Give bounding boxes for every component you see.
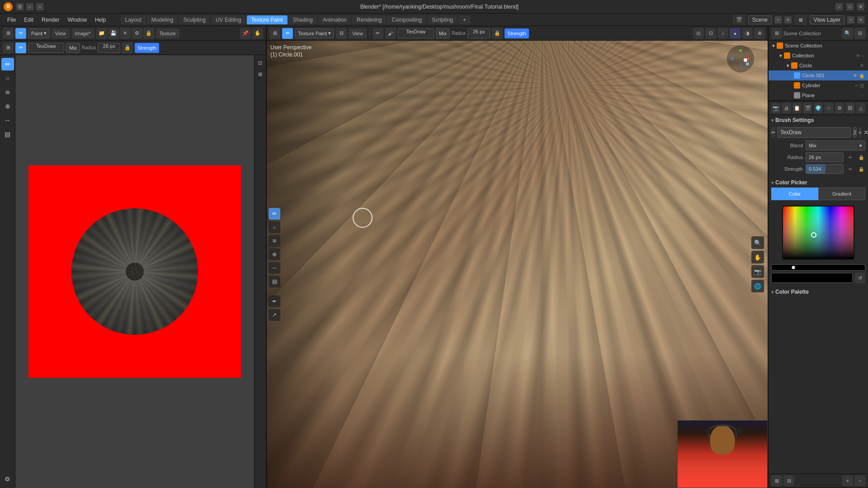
blend-mode-dropdown[interactable]: Mix <box>66 43 80 53</box>
props-data-icon[interactable]: △ <box>856 103 865 113</box>
tool-settings[interactable]: ⚙ <box>1 473 14 485</box>
vp-tool-fill[interactable]: ↔ <box>269 262 280 274</box>
vp-shading-btn-1[interactable]: ○ <box>717 28 728 39</box>
strength-btn[interactable]: Strength <box>135 43 159 53</box>
outliner-search[interactable]: 🔍 <box>842 28 853 39</box>
radius-edit-btn[interactable]: ✏ <box>846 153 854 161</box>
props-modifier-icon[interactable]: ⚙ <box>835 103 844 113</box>
cylinder-chain-icon[interactable]: ⛓ <box>860 83 864 88</box>
menu-edit[interactable]: Edit <box>20 15 37 24</box>
vp-shading-btn-4[interactable]: ⊕ <box>754 28 765 39</box>
circle-eye-icon[interactable]: 👁 <box>860 63 864 68</box>
pan-btn[interactable]: ✋ <box>751 251 764 263</box>
side-btn-2[interactable]: ⊞ <box>255 69 265 79</box>
camera-btn[interactable]: 📷 <box>751 265 764 278</box>
new-icon[interactable]: ○ <box>26 3 33 10</box>
zoom-in-btn[interactable]: 🔍 <box>751 236 764 249</box>
minimize-btn[interactable]: − <box>835 3 843 10</box>
draw-brush-btn[interactable]: ✏ <box>15 28 26 39</box>
maximize-btn[interactable]: □ <box>846 3 854 10</box>
img-icon-1[interactable]: 📁 <box>96 28 107 39</box>
vp-tool-soften[interactable]: ○ <box>269 221 280 233</box>
img-icon-4[interactable]: ⚙ <box>132 28 142 39</box>
vp-radius-input[interactable]: 26 px <box>467 28 490 38</box>
vp-blend-dropdown[interactable]: Mix <box>436 28 450 38</box>
props-scene-icon[interactable]: 🎬 <box>803 103 812 113</box>
brush-close-btn[interactable]: ✕ <box>863 128 868 137</box>
vp-brush-name[interactable]: TexDraw <box>398 28 434 38</box>
blend-dropdown[interactable]: Mix ▾ <box>806 141 865 150</box>
outliner-plane[interactable]: Plane ⋯ <box>769 90 868 100</box>
tool-smear[interactable]: ≋ <box>1 86 14 99</box>
view-btn[interactable]: View <box>52 28 70 38</box>
vp-shading-btn-3[interactable]: ◑ <box>742 28 753 39</box>
brush-type-select[interactable]: ✏ <box>771 127 775 138</box>
texture-btn[interactable]: Texture <box>156 28 179 38</box>
gizmo-circle[interactable] <box>727 45 754 72</box>
tool-clone[interactable]: ⊕ <box>1 100 14 113</box>
brush-active-btn[interactable]: ✏ <box>15 42 26 53</box>
viewport-3d[interactable]: User Perspective (1) Circle.001 <box>267 41 768 488</box>
brush-name-input[interactable] <box>777 127 851 138</box>
outliner-cylinder[interactable]: Cylinder ✏ ⛓ <box>769 80 868 90</box>
exclude-icon[interactable]: ○ <box>862 53 864 58</box>
outliner-collection[interactable]: ▾ Collection 👁 ○ <box>769 51 868 61</box>
menu-help[interactable]: Help <box>91 15 110 24</box>
tool-draw[interactable]: ✏ <box>1 58 14 70</box>
color-picker-header[interactable]: ▾ Color Picker <box>769 178 868 188</box>
view-layer-selector[interactable]: View Layer <box>810 15 844 24</box>
vl-remove-btn[interactable]: ✕ <box>857 16 864 23</box>
tab-add[interactable]: + <box>458 15 471 24</box>
props-render-icon[interactable]: 📷 <box>771 103 780 113</box>
paint-mode-dropdown[interactable]: Paint ▾ <box>28 28 50 38</box>
tab-sculpting[interactable]: Sculpting <box>179 15 210 24</box>
scene-remove-btn[interactable]: ✕ <box>784 16 792 23</box>
tool-soften[interactable]: ○ <box>1 72 14 84</box>
tab-gradient[interactable]: Gradient <box>818 188 865 200</box>
close-btn[interactable]: ✕ <box>857 3 864 10</box>
snap-icon[interactable]: 📌 <box>240 28 251 39</box>
color-value-bar[interactable] <box>771 264 865 271</box>
vp-transform-btn[interactable]: ↗ <box>269 309 280 321</box>
radius-lock2-btn[interactable]: 🔒 <box>857 153 865 161</box>
vp-annotate-btn[interactable]: ✒ <box>269 296 280 307</box>
vl-add-btn[interactable]: + <box>847 16 854 23</box>
strength-lock-btn[interactable]: 🔒 <box>857 165 865 173</box>
vp-draw-btn[interactable]: ✏ <box>282 28 293 39</box>
props-object-icon[interactable]: ○ <box>824 103 833 113</box>
vp-tool-draw[interactable]: ✏ <box>269 208 280 220</box>
image-canvas-area[interactable] <box>15 55 254 488</box>
tab-scripting[interactable]: Scripting <box>427 15 458 24</box>
menu-icon[interactable]: ☰ <box>16 3 24 10</box>
vp-view-btn[interactable]: View <box>349 28 367 38</box>
outliner-circle001[interactable]: Circle.001 👁 🔒 <box>769 70 868 80</box>
bottom-icon-remove[interactable]: − <box>854 475 865 486</box>
visibility-icon[interactable]: 👁 <box>856 53 860 58</box>
outliner-filter[interactable]: ⊟ <box>854 28 865 39</box>
value-slider-handle[interactable] <box>792 266 795 269</box>
color-palette-header[interactable]: ▾ Color Palette <box>769 287 868 297</box>
side-btn-1[interactable]: ⊡ <box>255 58 265 68</box>
img-icon-3[interactable]: ✕ <box>120 28 131 39</box>
scene-add-btn[interactable]: + <box>774 16 782 23</box>
tool-mask[interactable]: ▤ <box>1 128 14 141</box>
props-output-icon[interactable]: 🖨 <box>782 103 791 113</box>
tab-texture-paint[interactable]: Texture Paint <box>247 15 288 24</box>
brush-name-field[interactable]: TexDraw <box>28 43 64 53</box>
hand-icon[interactable]: ✋ <box>252 28 263 39</box>
vp-tool-clone[interactable]: ⊕ <box>269 249 280 260</box>
tab-shading[interactable]: Shading <box>288 15 317 24</box>
props-constraint-icon[interactable]: ⛓ <box>845 103 854 113</box>
menu-file[interactable]: File <box>4 15 19 24</box>
image-btn[interactable]: Image* <box>71 28 94 38</box>
img-icon-2[interactable]: 💾 <box>108 28 119 39</box>
img-icon-5[interactable]: 🔒 <box>143 28 154 39</box>
tab-color[interactable]: Color <box>771 188 818 200</box>
viewport-gizmo[interactable] <box>727 45 763 81</box>
props-view-layer-icon[interactable]: 📋 <box>793 103 802 113</box>
vp-shading-btn-2[interactable]: ● <box>730 28 741 39</box>
circle001-eye[interactable]: 👁 <box>853 73 858 78</box>
vp-viewport-btn[interactable]: ⊡ <box>705 28 716 39</box>
cylinder-edit-icon[interactable]: ✏ <box>855 83 859 88</box>
menu-render[interactable]: Render <box>38 15 63 24</box>
